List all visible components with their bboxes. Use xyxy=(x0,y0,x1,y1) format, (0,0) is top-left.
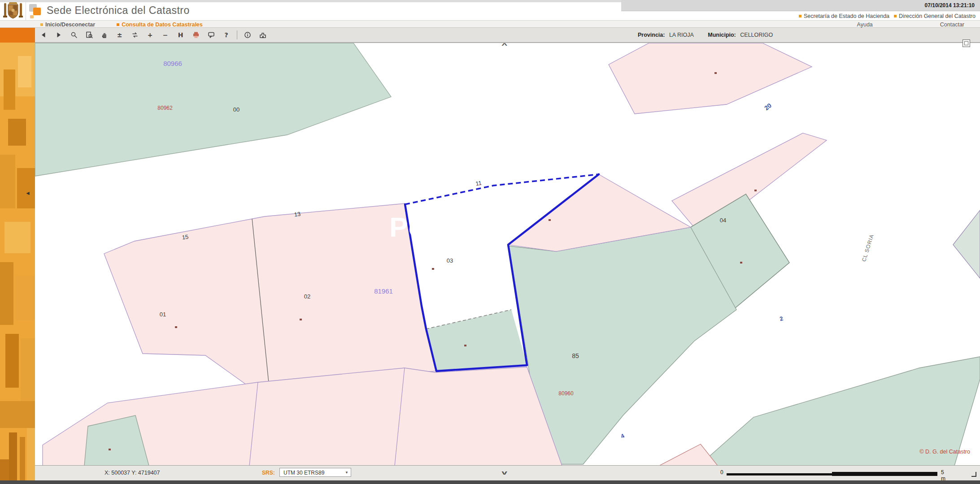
parcel-point-marker xyxy=(754,190,757,191)
municipio-label: Municipio: xyxy=(708,32,736,38)
nav-tabs: Inicio/DesconectarConsulta de Datos Cata… xyxy=(40,21,224,27)
back-icon[interactable] xyxy=(38,30,49,40)
municipio-value: CELLORIGO xyxy=(740,32,773,38)
print-icon[interactable] xyxy=(190,30,201,40)
parcel-label-cl-soria: CL SORIA xyxy=(861,233,875,263)
zoom-range-icon[interactable]: ± xyxy=(114,30,125,40)
cursor-coordinates: X: 500037 Y: 4719407 xyxy=(105,470,160,476)
move-selection-icon[interactable] xyxy=(129,30,140,40)
scale-start-label: 0 xyxy=(720,469,723,475)
header-divider xyxy=(26,0,26,20)
spain-coat-of-arms-logo xyxy=(2,0,24,22)
parcel-label-80960: 80960 xyxy=(558,390,573,397)
parcel-point-marker xyxy=(740,262,742,264)
zoom-window-icon[interactable] xyxy=(68,30,79,40)
parcel-point-marker xyxy=(714,72,717,74)
toolbar-separator xyxy=(237,30,237,39)
link-ayuda[interactable]: Ayuda xyxy=(857,22,873,28)
building-query-icon[interactable] xyxy=(257,30,268,40)
window-bottom-band xyxy=(0,480,980,484)
pan-left-arrow[interactable]: ◄ xyxy=(25,190,30,196)
parcel-point-marker xyxy=(464,345,466,346)
parcel-label-4: 4 xyxy=(620,432,626,440)
parcel-point-marker xyxy=(175,326,177,328)
government-links: Secretaría de Estado de HaciendaDirecció… xyxy=(794,13,976,19)
full-extent-icon[interactable]: H xyxy=(175,30,186,40)
info-bubble-icon[interactable] xyxy=(205,30,217,40)
header: 07/10/2014 13:21:10 Secretaría de Estado… xyxy=(0,0,980,20)
forward-icon[interactable] xyxy=(53,30,64,40)
zoom-out-icon[interactable]: − xyxy=(160,30,171,40)
parcel-label-80962: 80962 xyxy=(157,105,172,111)
toolbar-buttons: ±+−H? xyxy=(38,28,272,42)
gov-link[interactable]: Secretaría de Estado de Hacienda xyxy=(799,13,889,19)
parcel-label-85: 85 xyxy=(572,352,579,359)
parcel-label-01: 01 xyxy=(160,311,166,318)
parcel-point-marker xyxy=(432,268,434,270)
pan-hand-icon[interactable] xyxy=(99,30,110,40)
parcel-point-marker xyxy=(109,449,111,450)
datetime-display: 07/10/2014 13:21:10 xyxy=(925,2,975,9)
page-title: Sede Electrónica del Catastro xyxy=(47,4,190,17)
parcel-label-04: 04 xyxy=(720,217,726,224)
parcel-label-02: 02 xyxy=(304,293,310,300)
info-point-icon[interactable] xyxy=(242,30,253,40)
nav-bar: Inicio/DesconectarConsulta de Datos Cata… xyxy=(0,20,980,28)
scale-end-label: 5 m xyxy=(941,469,945,482)
parcel-label-13: 13 xyxy=(294,211,301,218)
bullet-icon xyxy=(799,15,801,17)
maximize-map-icon[interactable] xyxy=(963,39,970,47)
link-contactar[interactable]: Contactar xyxy=(940,22,964,28)
srs-dropdown[interactable]: UTM 30 ETRS89 xyxy=(279,468,351,477)
parcel-label-20: 20 xyxy=(763,102,773,112)
provincia-label: Provincia: xyxy=(638,32,665,38)
bullet-icon xyxy=(40,23,43,26)
pan-down-arrow[interactable]: v xyxy=(501,469,507,476)
sidebar-photo-strip xyxy=(0,28,35,480)
scale-segment xyxy=(832,472,937,476)
parcel-label-15: 15 xyxy=(182,233,189,241)
parcel-label-03: 03 xyxy=(447,257,453,264)
parcel-label-00: 00 xyxy=(233,106,240,113)
map-copyright: © D. G. del Catastro xyxy=(919,449,970,455)
gov-link[interactable]: Dirección General del Catastro xyxy=(894,13,976,19)
zoom-document-icon[interactable] xyxy=(83,30,95,40)
map-toolbar: ±+−H? Provincia: LA RIOJA Municipio: CEL… xyxy=(0,28,980,43)
parcel-label-80966: 80966 xyxy=(163,60,182,67)
srs-label: SRS: xyxy=(262,470,275,476)
parcel-point-marker xyxy=(300,319,302,320)
map-status-bar: X: 500037 Y: 4719407 SRS: UTM 30 ETRS89 … xyxy=(35,465,980,480)
map-labels-layer: 8096680962001513110102819610385809600420… xyxy=(35,43,980,465)
help-icon[interactable]: ? xyxy=(221,30,232,40)
catastro-app-window: 07/10/2014 13:21:10 Secretaría de Estado… xyxy=(0,0,980,484)
bullet-icon xyxy=(894,15,897,17)
tab-inicio-desconectar[interactable]: Inicio/Desconectar xyxy=(40,22,95,28)
parcel-point-marker xyxy=(549,219,551,221)
zoom-in-icon[interactable]: + xyxy=(144,30,156,40)
tab-consulta-de-datos-catastrales[interactable]: Consulta de Datos Catastrales xyxy=(117,22,203,28)
scale-segment xyxy=(727,473,832,475)
scale-bar: 0 5 m xyxy=(720,468,909,477)
map-corner-mark-bottomright xyxy=(971,472,976,477)
parcel-label-81961: 81961 xyxy=(374,287,393,295)
pan-up-arrow[interactable]: ^ xyxy=(501,43,507,48)
portaltop-watermark: PortalTop xyxy=(389,211,521,243)
parcel-label-11: 11 xyxy=(475,179,482,187)
parcel-label-2: 2 xyxy=(779,315,784,322)
bullet-icon xyxy=(117,23,119,26)
sede-electronica-logo xyxy=(29,3,43,21)
nav-right-links: AyudaContactar xyxy=(790,21,964,27)
cadastral-map-viewport[interactable]: 8096680962001513110102819610385809600420… xyxy=(35,43,980,465)
provincia-value: LA RIOJA xyxy=(669,32,694,38)
location-context: Provincia: LA RIOJA Municipio: CELLORIGO xyxy=(638,28,785,42)
